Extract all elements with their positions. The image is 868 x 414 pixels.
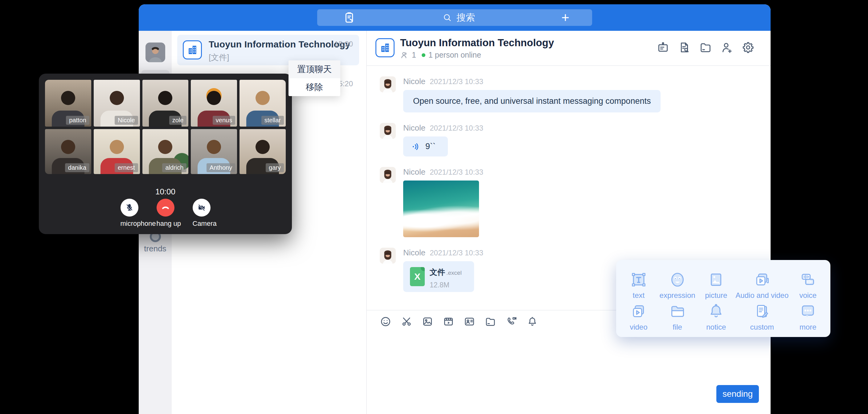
panel-item-picture[interactable]: picture xyxy=(696,268,736,300)
panel-item-video[interactable]: video xyxy=(619,300,658,331)
file-name: 文件 xyxy=(430,268,445,276)
organization-avatar xyxy=(375,38,395,57)
image-icon[interactable] xyxy=(422,316,433,327)
participant-tile[interactable]: stellar xyxy=(240,80,286,127)
search-icon xyxy=(442,12,452,23)
participant-tile[interactable]: Nicole xyxy=(94,80,140,127)
conversation-title: Tuoyun Information Technology xyxy=(209,39,350,50)
hang-up-button[interactable] xyxy=(157,199,175,217)
chat-header-actions xyxy=(656,41,754,54)
search-field[interactable]: 搜索 xyxy=(442,11,475,24)
voice-duration: 9`` xyxy=(425,142,436,151)
sender-name: Nicole xyxy=(403,248,425,257)
participant-tile[interactable]: venus xyxy=(191,80,237,127)
panel-item-label: expression xyxy=(660,291,695,300)
participant-name: stellar xyxy=(261,116,284,125)
chat-history-search-icon[interactable] xyxy=(678,41,691,54)
participant-tile[interactable]: gary xyxy=(240,129,286,174)
group-notice-icon[interactable] xyxy=(656,41,670,54)
panel-item-label: picture xyxy=(705,291,727,300)
participant-tile[interactable]: ernest xyxy=(94,129,140,174)
sender-name: Nicole xyxy=(403,167,425,177)
panel-item-voice[interactable]: voice xyxy=(788,268,827,300)
top-search-bar[interactable]: 搜索 + xyxy=(317,9,592,26)
camera-label: Camera xyxy=(193,220,211,228)
menu-item-remove[interactable]: 移除 xyxy=(288,78,340,96)
participant-tile[interactable]: aldrich xyxy=(143,129,189,174)
panel-item-audio-video[interactable]: Audio and video xyxy=(736,268,788,300)
participant-tile[interactable]: danika xyxy=(45,129,91,174)
more-icon xyxy=(799,302,817,320)
add-member-icon[interactable] xyxy=(720,41,733,54)
video-icon xyxy=(630,302,648,320)
notice-bell-icon xyxy=(707,302,725,320)
video-clapper-icon[interactable] xyxy=(443,316,454,327)
nav-item-trends[interactable]: trends xyxy=(139,231,172,254)
online-status: 1 person online xyxy=(429,51,481,59)
chat-title: Tuoyun Information Technology xyxy=(400,37,554,49)
panel-item-expression[interactable]: expression xyxy=(658,268,697,300)
file-extension: .excel xyxy=(446,269,462,276)
panel-item-custom[interactable]: custom xyxy=(736,300,788,331)
sender-avatar[interactable] xyxy=(380,167,396,183)
conversation-time: 15:20 xyxy=(335,40,353,49)
message-voice: Nicole2021/12/3 10:33 9`` xyxy=(380,123,771,157)
message-time: 2021/12/3 10:33 xyxy=(430,77,483,86)
emoji-icon[interactable] xyxy=(380,316,392,327)
participant-name: gary xyxy=(266,163,284,172)
sender-avatar[interactable] xyxy=(380,76,396,92)
file-message-bubble[interactable]: X 文件.excel 12.8M xyxy=(403,261,474,292)
trends-label: trends xyxy=(139,244,172,254)
audio-video-icon xyxy=(753,271,771,289)
screenshot-scissors-icon[interactable] xyxy=(401,316,412,327)
panel-item-more[interactable]: more xyxy=(788,300,827,331)
contact-card-icon[interactable] xyxy=(464,316,475,327)
sender-avatar[interactable] xyxy=(380,248,396,264)
files-folder-icon[interactable] xyxy=(699,41,712,54)
notification-bell-icon[interactable] xyxy=(526,316,538,327)
menu-item-pin-chat[interactable]: 置顶聊天 xyxy=(288,60,340,78)
hang-up-label: hang up xyxy=(157,220,175,228)
message-image: Nicole2021/12/3 10:33 xyxy=(380,167,771,237)
desktop-background: 搜索 + trends xyxy=(0,0,868,414)
voice-message-bubble[interactable]: 9`` xyxy=(403,136,448,157)
participant-tile[interactable]: Anthony xyxy=(191,129,237,174)
video-call-window: patton Nicole zole venus stellar danika … xyxy=(39,74,292,234)
panel-item-label: text xyxy=(633,291,645,300)
custom-message-icon xyxy=(753,302,771,320)
sender-name: Nicole xyxy=(403,77,425,86)
image-message-beach[interactable] xyxy=(403,181,479,237)
text-message-bubble[interactable]: Open source, free, and universal instant… xyxy=(403,90,660,113)
panel-item-label: voice xyxy=(799,291,816,300)
camera-off-button[interactable] xyxy=(193,199,211,217)
send-button[interactable]: sending xyxy=(716,385,759,403)
participant-name: ernest xyxy=(115,163,138,172)
message-text: Nicole2021/12/3 10:33 Open source, free,… xyxy=(380,76,771,113)
chat-panel: Tuoyun Information Technology 1 1 person… xyxy=(367,31,771,414)
message-time: 2021/12/3 10:33 xyxy=(430,124,483,132)
participant-tile[interactable]: zole xyxy=(143,80,189,127)
panel-item-label: notice xyxy=(706,323,726,331)
members-icon xyxy=(400,51,409,59)
member-count: 1 xyxy=(412,51,416,59)
sender-avatar[interactable] xyxy=(380,123,396,139)
microphone-label: microphone xyxy=(121,220,138,228)
user-avatar[interactable] xyxy=(146,42,165,62)
sender-name: Nicole xyxy=(403,123,425,132)
microphone-mute-button[interactable] xyxy=(121,199,138,217)
video-call-icon[interactable] xyxy=(505,316,517,327)
panel-item-text[interactable]: text xyxy=(619,268,658,300)
chat-subtitle: 1 1 person online xyxy=(400,51,481,59)
add-icon[interactable]: + xyxy=(561,11,569,24)
folder-icon[interactable] xyxy=(485,316,496,327)
participant-name: zole xyxy=(169,116,187,125)
panel-item-notice[interactable]: notice xyxy=(696,300,736,331)
panel-item-file[interactable]: file xyxy=(658,300,697,331)
file-size: 12.8M xyxy=(430,281,474,289)
call-log-icon[interactable] xyxy=(342,11,356,24)
participant-name: Nicole xyxy=(115,116,138,125)
online-dot xyxy=(422,53,425,57)
participant-tile[interactable]: patton xyxy=(45,80,91,127)
search-placeholder: 搜索 xyxy=(457,11,475,24)
settings-gear-icon[interactable] xyxy=(742,41,754,54)
